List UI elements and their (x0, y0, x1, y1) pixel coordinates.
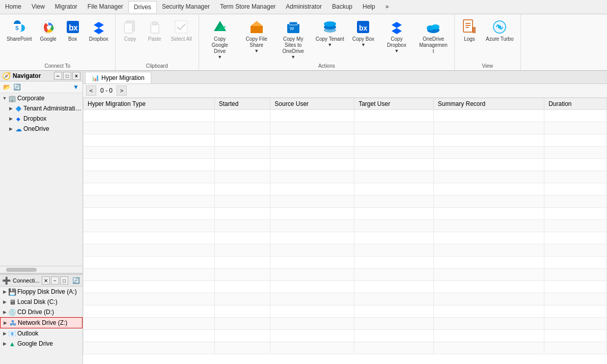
dropbox-tree-icon: ◆ (14, 115, 22, 123)
svg-marker-26 (392, 22, 402, 34)
menu-migrator[interactable]: Migrator (50, 1, 82, 13)
svg-marker-34 (473, 27, 476, 33)
menu-more[interactable]: » (380, 1, 394, 13)
col-type: Hyper Migration Type (84, 98, 215, 110)
network-expand[interactable]: ▶ (2, 319, 9, 326)
google-drive-expand[interactable]: ▶ (1, 340, 8, 347)
copy-file-share-button[interactable]: Copy File Share ▼ (239, 16, 274, 56)
paste-button[interactable]: Paste (143, 16, 167, 45)
tab-hyper-migration[interactable]: 📊 Hyper Migration (85, 72, 151, 83)
menu-drives[interactable]: Drives (128, 1, 157, 13)
menu-security[interactable]: Security Manager (157, 1, 215, 13)
tree-refresh-btn[interactable]: 🔄 (12, 82, 21, 92)
table-row (84, 293, 607, 305)
onedrive-expand[interactable]: ▶ (7, 125, 14, 132)
next-page-btn[interactable]: > (117, 86, 127, 96)
logs-label: Logs (464, 36, 475, 42)
floppy-expand[interactable]: ▶ (1, 288, 8, 295)
tab-label: Hyper Migration (101, 74, 145, 81)
local-c-expand[interactable]: ▶ (1, 298, 8, 305)
menu-backup[interactable]: Backup (327, 1, 357, 13)
menu-view[interactable]: View (26, 1, 50, 13)
copy-button[interactable]: Copy (119, 16, 142, 45)
tree-expand-btn[interactable]: ▼ (71, 82, 80, 92)
logs-button[interactable]: Logs (458, 16, 481, 45)
copy-tenant-button[interactable]: Copy Tenant ▼ (312, 16, 348, 50)
connections-max-btn[interactable]: □ (60, 276, 68, 285)
svg-text:W: W (290, 26, 294, 31)
corporate-expand[interactable]: ▼ (1, 95, 8, 102)
menu-home[interactable]: Home (0, 1, 26, 13)
dropbox-button[interactable]: Dropbox (86, 16, 112, 45)
tenant-expand[interactable]: ▶ (7, 105, 14, 112)
google-icon (40, 19, 57, 35)
table-row (84, 220, 607, 232)
box-button[interactable]: bx Box (61, 16, 85, 45)
table-row (84, 122, 607, 134)
tab-bar: 📊 Hyper Migration (83, 71, 607, 84)
svg-rect-33 (465, 27, 469, 28)
copy-google-drive-button[interactable]: Copy Google Drive ▼ (202, 16, 238, 62)
table-row (84, 342, 607, 354)
tree-item-cd-d[interactable]: ▶ 💿 CD Drive (D:) (0, 307, 82, 317)
connections-add-icon[interactable]: ➕ (2, 276, 11, 285)
google-button[interactable]: Google (36, 16, 60, 45)
copy-google-drive-icon (212, 19, 228, 35)
tree-item-dropbox[interactable]: ▶ ◆ Dropbox (0, 114, 82, 124)
svg-rect-12 (152, 22, 157, 25)
sharepoint-button[interactable]: S SharePoint (3, 16, 35, 45)
connections-min-btn[interactable]: − (51, 276, 59, 285)
logs-icon (461, 19, 478, 35)
cd-label: CD Drive (D:) (17, 309, 54, 316)
navigator-restore[interactable]: □ (63, 72, 71, 80)
outlook-expand[interactable]: ▶ (1, 330, 8, 337)
tree-item-tenant[interactable]: ▶ 🔷 Tenant Administratio... (0, 103, 82, 114)
connections-refresh-btn[interactable]: 🔄 (71, 276, 80, 285)
connections-close-btn[interactable]: ✕ (42, 276, 50, 285)
menu-administrator[interactable]: Administrator (281, 1, 327, 13)
prev-page-btn[interactable]: < (86, 86, 96, 96)
connections-header: ➕ Connecti... ✕ − □ 🔄 (0, 275, 82, 287)
copy-box-button[interactable]: bx Copy Box ▼ (349, 16, 378, 50)
azure-turbo-button[interactable]: Azure Turbo (482, 16, 517, 45)
menu-file-manager[interactable]: File Manager (82, 1, 128, 13)
svg-rect-32 (465, 25, 471, 26)
navigator-close[interactable]: × (72, 72, 80, 80)
tree-item-floppy[interactable]: ▶ 💾 Floppy Disk Drive (A:) (0, 287, 82, 297)
tree-item-google-drive[interactable]: ▶ ▲ Google Drive (0, 339, 82, 349)
copy-file-share-arrow: ▼ (254, 48, 259, 53)
copy-dropbox-icon (389, 19, 405, 35)
copy-my-sites-button[interactable]: W Copy My Sites to OneDrive ▼ (275, 16, 311, 62)
onedrive-tree-icon: ☁ (14, 125, 22, 133)
tree-item-onedrive[interactable]: ▶ ☁ OneDrive (0, 124, 82, 134)
table-body (84, 110, 607, 354)
menu-help[interactable]: Help (357, 1, 380, 13)
corporate-label: Corporate (17, 95, 44, 102)
menu-term-store[interactable]: Term Store Manager (215, 1, 281, 13)
dropbox-expand[interactable]: ▶ (7, 115, 14, 122)
navigator-toolbar: 📂 🔄 ▼ (0, 81, 82, 93)
ribbon: S SharePoint Google bx (0, 14, 607, 71)
google-drive-icon: ▲ (8, 340, 16, 348)
table-header: Hyper Migration Type Started Source User… (84, 98, 607, 110)
navigator-scrollbar[interactable] (0, 266, 82, 273)
col-started: Started (214, 98, 270, 110)
svg-rect-31 (465, 23, 471, 24)
copy-dropbox-button[interactable]: Copy Dropbox ▼ (379, 16, 415, 56)
google-drive-label: Google Drive (17, 340, 53, 347)
svg-marker-8 (94, 22, 104, 34)
cd-expand[interactable]: ▶ (1, 309, 8, 316)
local-c-icon: 🖥 (8, 298, 16, 306)
tree-item-corporate[interactable]: ▼ 🏢 Corporate (0, 93, 82, 103)
tree-item-outlook[interactable]: ▶ 📧 Outlook (0, 328, 82, 339)
navigator-minimize[interactable]: − (54, 72, 62, 80)
tree-item-network-z[interactable]: ▶ 🖧 Network Drive (Z:) (0, 317, 82, 328)
tree-item-local-c[interactable]: ▶ 🖥 Local Disk (C:) (0, 297, 82, 307)
sharepoint-icon: S (11, 19, 27, 35)
copy-my-sites-icon: W (285, 19, 301, 35)
select-all-button[interactable]: Select All (168, 16, 196, 45)
tab-icon: 📊 (92, 74, 99, 81)
tree-collapse-btn[interactable]: 📂 (2, 82, 11, 92)
onedrive-mgmt-button[interactable]: OneDrive Management (416, 16, 451, 57)
page-indicator: 0 - 0 (98, 87, 115, 94)
